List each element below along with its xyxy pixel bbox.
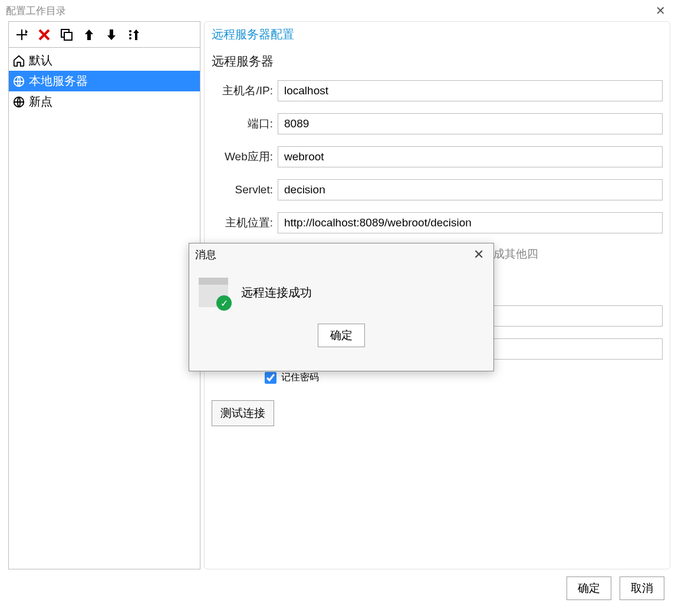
sidebar: 默认 本地服务器 新点 [8, 21, 200, 569]
delete-icon[interactable] [36, 27, 52, 43]
globe-icon [12, 75, 25, 88]
sort-icon[interactable] [126, 27, 142, 43]
dialog-title: 消息 [195, 248, 216, 262]
sidebar-item-label: 新点 [29, 94, 52, 110]
window-titlebar: 配置工作目录 ✕ [0, 0, 675, 21]
cancel-button[interactable]: 取消 [620, 577, 664, 600]
hostpos-label: 主机位置: [212, 215, 278, 230]
sidebar-item-default[interactable]: 默认 [9, 50, 200, 71]
sidebar-tree: 默认 本地服务器 新点 [9, 48, 200, 569]
svg-point-3 [129, 34, 131, 36]
remember-checkbox[interactable] [265, 372, 276, 384]
sidebar-toolbar [9, 22, 200, 48]
host-label: 主机名/IP: [212, 83, 278, 98]
home-icon [12, 54, 25, 67]
port-input[interactable] [278, 113, 663, 134]
remote-server-section: 远程服务器 [212, 53, 663, 70]
webapp-label: Web应用: [212, 149, 278, 164]
dialog-message: 远程连接成功 [241, 285, 312, 301]
servlet-label: Servlet: [212, 183, 278, 196]
svg-rect-1 [64, 32, 72, 40]
webapp-input[interactable] [278, 146, 663, 167]
dialog-close-icon[interactable]: ✕ [470, 247, 488, 262]
sidebar-item-local-server[interactable]: 本地服务器 [9, 71, 200, 91]
remember-label: 记住密码 [281, 371, 319, 384]
success-icon: ✓ [199, 278, 228, 307]
dialog-ok-button[interactable]: 确定 [318, 324, 365, 347]
move-down-icon[interactable] [103, 27, 120, 43]
panel-title: 远程服务器配置 [212, 27, 663, 42]
message-dialog: 消息 ✕ ✓ 远程连接成功 确定 [189, 243, 494, 371]
footer: 确定 取消 [0, 569, 675, 600]
copy-icon[interactable] [58, 27, 75, 43]
svg-point-4 [129, 37, 131, 39]
move-up-icon[interactable] [81, 27, 97, 43]
svg-point-2 [129, 30, 131, 32]
window-title: 配置工作目录 [6, 4, 66, 18]
sidebar-item-label: 默认 [29, 52, 52, 68]
port-label: 端口: [212, 116, 278, 131]
sidebar-item-new[interactable]: 新点 [9, 91, 200, 112]
hostpos-input[interactable] [278, 212, 663, 233]
ok-button[interactable]: 确定 [567, 577, 611, 600]
window-close-icon[interactable]: ✕ [652, 4, 669, 18]
test-connection-button[interactable]: 测试连接 [212, 400, 274, 426]
sidebar-item-label: 本地服务器 [29, 73, 88, 89]
globe-icon [12, 95, 25, 108]
add-icon[interactable] [14, 27, 30, 43]
servlet-input[interactable] [278, 179, 663, 200]
host-input[interactable] [278, 80, 663, 101]
